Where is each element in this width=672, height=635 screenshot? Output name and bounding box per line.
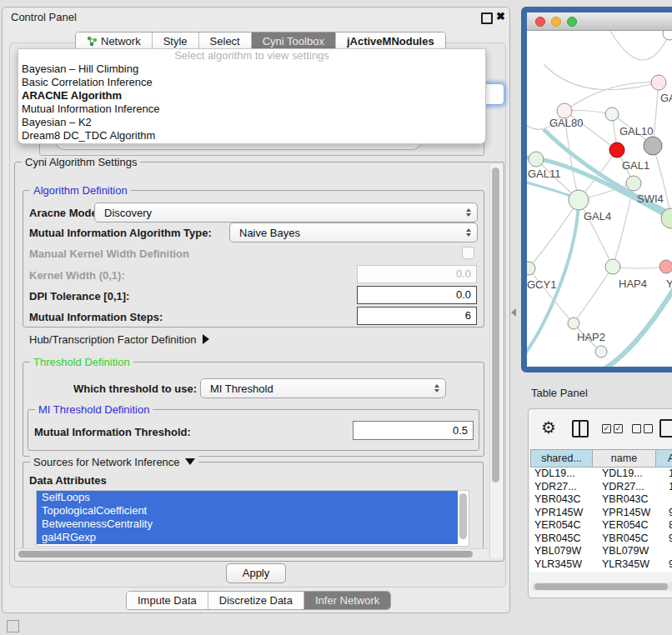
table-horizontal-scrollbar[interactable] <box>532 582 672 591</box>
tab-impute-data[interactable]: Impute Data <box>127 592 208 609</box>
minimize-window-icon[interactable] <box>551 17 561 27</box>
network-window-titlebar[interactable] <box>527 12 672 31</box>
algorithm-option[interactable]: Bayesian – Hill Climbing <box>18 62 485 76</box>
network-node[interactable] <box>651 75 666 90</box>
table-cell: YER054C <box>530 519 596 532</box>
tab-jactivemnodules[interactable]: jActiveMNodules <box>336 32 445 50</box>
hub-definition-toggle[interactable]: Hub/Transcription Factor Definition <box>29 333 209 346</box>
data-attributes-list: SelfLoops TopologicalCoefficient Between… <box>36 490 469 547</box>
algorithm-option-selected[interactable]: ARACNE Algorithm <box>18 89 485 102</box>
table-row[interactable]: YLR345WYLR345W9. <box>530 558 672 572</box>
stepper-arrows-icon <box>434 384 439 392</box>
network-node[interactable] <box>529 152 544 167</box>
table-cell: YLR345W <box>596 558 665 572</box>
table-cell: YIL052C <box>530 571 596 572</box>
algorithm-option[interactable]: Mutual Information Inference <box>18 102 485 116</box>
settings-hscroll-thumb[interactable] <box>18 551 473 558</box>
table-row[interactable]: YBL079WYBL079W <box>530 545 672 558</box>
table-cell: YDR27... <box>530 481 596 494</box>
algorithm-option[interactable]: Dream8 DC_TDC Algorithm <box>18 129 485 142</box>
table-row[interactable]: YBR043CYBR043C <box>530 493 672 507</box>
threshold-definition-title: Threshold Definition <box>30 356 133 368</box>
gear-icon[interactable]: ⚙ <box>541 418 556 438</box>
network-node[interactable] <box>605 259 620 274</box>
column-header-clipped[interactable]: A <box>656 449 672 468</box>
network-node[interactable] <box>644 137 662 155</box>
table-cell: 9. <box>665 558 672 572</box>
network-node[interactable] <box>568 318 579 329</box>
close-panel-icon[interactable]: ✖ <box>496 10 505 22</box>
tab-network[interactable]: Network <box>76 32 153 50</box>
network-node[interactable] <box>663 31 672 40</box>
zoom-window-icon[interactable] <box>567 17 577 27</box>
tab-discretize-data[interactable]: Discretize Data <box>208 592 304 609</box>
manual-kernel-width-checkbox[interactable] <box>462 247 474 259</box>
checkbox-checked-icon[interactable]: ✓ <box>614 424 623 433</box>
table-row[interactable]: YIL052CYIL052C9 <box>530 571 672 572</box>
checkbox-unchecked-icon[interactable] <box>632 424 641 433</box>
aracne-mode-combo[interactable]: Discovery <box>94 202 478 222</box>
table-row[interactable]: YBR045CYBR045C9. <box>530 532 672 546</box>
table-hscroll-thumb[interactable] <box>534 583 668 590</box>
network-node[interactable] <box>626 176 641 191</box>
network-graph: GALGAL80GAL10GAL1GAL11SWI4GAL4GCY1HAP4YH… <box>527 31 672 367</box>
which-threshold-combo[interactable]: MI Threshold <box>200 378 446 398</box>
table-row[interactable]: YDR27...YDR27...12 <box>530 481 672 494</box>
settings-horizontal-scrollbar[interactable] <box>16 548 489 560</box>
table-panel-title: Table Panel <box>531 387 588 399</box>
table-toolbar: ⚙ ✓ ✓ <box>529 416 672 442</box>
network-node[interactable] <box>527 262 535 275</box>
dpi-tolerance-input[interactable]: 0.0 <box>357 286 477 304</box>
mi-steps-input[interactable]: 6 <box>357 307 477 325</box>
network-canvas[interactable]: GALGAL80GAL10GAL1GAL11SWI4GAL4GCY1HAP4YH… <box>527 31 672 367</box>
apply-button[interactable]: Apply <box>226 563 286 583</box>
aracne-mode-value: Discovery <box>104 207 152 219</box>
table-cell: YDL19... <box>596 468 665 481</box>
column-header-name[interactable]: name <box>593 449 656 468</box>
sources-title[interactable]: Sources for Network Inference <box>30 456 198 468</box>
float-panel-icon[interactable] <box>481 12 493 24</box>
tab-infer-network[interactable]: Infer Network <box>304 592 390 609</box>
screen: Control Panel ✖ Network Style Select Cyn… <box>0 0 672 635</box>
network-node[interactable] <box>659 260 672 273</box>
checkbox-unchecked-icon[interactable] <box>644 424 653 433</box>
split-columns-icon[interactable] <box>572 420 589 438</box>
close-window-icon[interactable] <box>535 17 545 27</box>
settings-vertical-scrollbar[interactable] <box>489 164 503 558</box>
tab-select[interactable]: Select <box>199 32 252 50</box>
tab-cyni-toolbox[interactable]: Cyni Toolbox <box>252 32 336 50</box>
algorithm-option[interactable]: Bayesian – K2 <box>18 116 485 129</box>
network-node[interactable] <box>569 190 589 210</box>
table-cell <box>665 545 672 558</box>
collapsed-panel-grip[interactable] <box>7 620 19 632</box>
column-header-shared[interactable]: shared... <box>530 449 593 468</box>
attribute-item-selected[interactable]: SelfLoops <box>37 491 458 504</box>
mi-algorithm-type-combo[interactable]: Naive Bayes <box>229 222 478 242</box>
document-icon[interactable] <box>659 419 672 438</box>
table-row[interactable]: YPR145WYPR145W9. <box>530 507 672 520</box>
kernel-width-input[interactable]: 0.0 <box>357 265 477 283</box>
attribute-item-selected[interactable]: TopologicalCoefficient <box>37 504 458 518</box>
tab-style[interactable]: Style <box>153 32 199 50</box>
mi-threshold-input[interactable]: 0.5 <box>353 421 474 440</box>
table-cell: 9 <box>665 571 672 572</box>
attribute-list-scrollbar[interactable] <box>458 492 467 543</box>
network-node[interactable] <box>609 142 624 158</box>
table-row[interactable]: YDL19...YDL19...13 <box>530 468 672 481</box>
table-cell: YDL19... <box>530 468 596 481</box>
network-view-window: GALGAL80GAL10GAL1GAL11SWI4GAL4GCY1HAP4YH… <box>521 7 672 372</box>
checkbox-checked-icon[interactable]: ✓ <box>602 424 611 433</box>
network-node-label: GAL10 <box>619 125 653 138</box>
attribute-item-selected[interactable]: gal4RGexp <box>37 531 458 544</box>
network-node[interactable] <box>605 108 619 121</box>
attribute-item-selected[interactable]: BetweennessCentrality <box>37 518 458 531</box>
sources-title-label: Sources for Network Inference <box>33 456 180 468</box>
splitpane-divider-grip[interactable] <box>511 308 516 317</box>
settings-vscroll-thumb[interactable] <box>492 168 499 482</box>
tab-cyni-toolbox-label: Cyni Toolbox <box>263 32 324 50</box>
network-node[interactable] <box>595 346 607 358</box>
stepper-arrows-icon <box>466 228 471 237</box>
algorithm-option[interactable]: Basic Correlation Inference <box>18 76 485 89</box>
table-row[interactable]: YER054CYER054C8. <box>530 519 672 532</box>
network-icon <box>87 36 98 47</box>
